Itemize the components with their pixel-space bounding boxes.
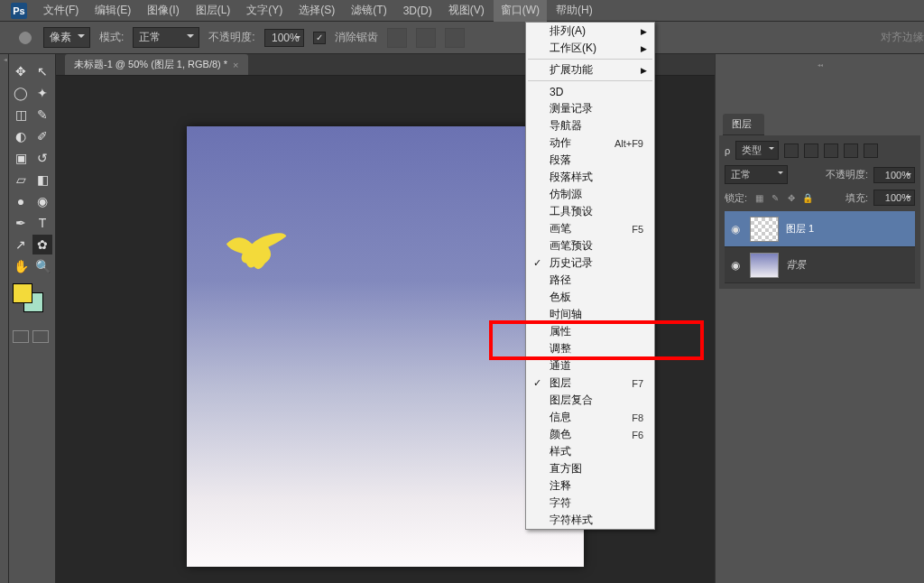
menu-select[interactable]: 选择(S) bbox=[291, 0, 342, 22]
dropdown-item[interactable]: 样式 bbox=[526, 443, 654, 460]
stamp-tool[interactable]: ▣ bbox=[11, 148, 31, 168]
layer-name[interactable]: 背景 bbox=[786, 258, 806, 272]
dropdown-item[interactable]: 扩展功能▶ bbox=[526, 61, 654, 79]
dropdown-item[interactable]: 画笔预设 bbox=[526, 237, 654, 254]
layer-row[interactable]: ◉ 背景 bbox=[725, 247, 915, 283]
dropdown-item-label: 图层 bbox=[550, 375, 571, 391]
screenmode-icon[interactable] bbox=[32, 330, 49, 343]
pathop-3-button[interactable] bbox=[445, 28, 465, 48]
history-brush-tool[interactable]: ↺ bbox=[32, 148, 52, 168]
menu-type[interactable]: 文字(Y) bbox=[239, 0, 290, 22]
fill-input[interactable]: 100% bbox=[873, 190, 915, 206]
lasso-tool[interactable]: ◯ bbox=[11, 83, 31, 103]
dropdown-item[interactable]: 时间轴 bbox=[526, 306, 654, 323]
dropdown-item[interactable]: ✓历史记录 bbox=[526, 254, 654, 272]
select-tool[interactable]: ↖ bbox=[32, 61, 52, 81]
dropdown-item[interactable]: 颜色F6 bbox=[526, 426, 654, 443]
menu-window[interactable]: 窗口(W) bbox=[494, 0, 547, 22]
dropdown-item[interactable]: 注释 bbox=[526, 477, 654, 495]
eye-icon[interactable]: ◉ bbox=[728, 259, 743, 272]
menu-help[interactable]: 帮助(H) bbox=[549, 0, 600, 22]
fill-label: 填充: bbox=[845, 191, 868, 205]
menu-edit[interactable]: 编辑(E) bbox=[88, 0, 138, 22]
menu-filter[interactable]: 滤镜(T) bbox=[344, 0, 393, 22]
heal-tool[interactable]: ◐ bbox=[11, 126, 31, 146]
dropdown-item[interactable]: 属性 bbox=[526, 323, 654, 340]
dropdown-item[interactable]: ✓图层F7 bbox=[526, 375, 654, 392]
lock-pixels-icon[interactable]: ▦ bbox=[753, 191, 765, 204]
dropdown-item[interactable]: 通道 bbox=[526, 357, 654, 375]
path-select-tool[interactable]: ↗ bbox=[11, 235, 31, 254]
dropdown-item[interactable]: 测量记录 bbox=[526, 100, 654, 117]
layer-row[interactable]: ◉ 图层 1 bbox=[725, 211, 915, 247]
dropdown-item[interactable]: 色板 bbox=[526, 289, 654, 306]
foreground-swatch[interactable] bbox=[13, 283, 32, 303]
dropdown-item-label: 颜色 bbox=[550, 427, 571, 442]
dropdown-item[interactable]: 段落样式 bbox=[526, 169, 654, 186]
dropdown-item[interactable]: 调整 bbox=[526, 340, 654, 357]
antialias-checkbox[interactable]: ✓ bbox=[313, 32, 326, 44]
dropdown-item[interactable]: 画笔F5 bbox=[526, 220, 654, 237]
shape-tool[interactable]: ✿ bbox=[32, 235, 52, 254]
filter-type-icon[interactable] bbox=[824, 143, 838, 158]
dropdown-item-label: 画笔 bbox=[550, 221, 571, 236]
gradient-tool[interactable]: ◧ bbox=[32, 170, 52, 190]
dropdown-item[interactable]: 段落 bbox=[526, 152, 654, 169]
lock-move-icon[interactable]: ✥ bbox=[785, 191, 798, 204]
layer-filter-select[interactable]: 类型 bbox=[735, 141, 779, 160]
hand-tool[interactable]: ✋ bbox=[11, 256, 31, 276]
workspace: ✥ ↖ ◯ ✦ ◫ ✎ ◐ ✐ ▣ ↺ ▱ ◧ ● ◉ ✒ T ↗ ✿ ✋ 🔍 … bbox=[0, 54, 924, 583]
opacity-input[interactable]: 100% bbox=[264, 29, 304, 47]
crop-tool[interactable]: ◫ bbox=[11, 105, 31, 125]
filter-shape-icon[interactable] bbox=[844, 143, 858, 158]
eye-icon[interactable]: ◉ bbox=[728, 223, 743, 236]
layer-name[interactable]: 图层 1 bbox=[786, 222, 814, 236]
dropdown-item[interactable]: 3D bbox=[526, 83, 654, 100]
dropdown-item[interactable]: 动作Alt+F9 bbox=[526, 134, 654, 152]
brush-tool[interactable]: ✐ bbox=[32, 126, 52, 146]
dropdown-item[interactable]: 字符样式 bbox=[526, 512, 654, 529]
dropdown-item[interactable]: 路径 bbox=[526, 272, 654, 289]
menu-file[interactable]: 文件(F) bbox=[36, 0, 86, 22]
layers-tab[interactable]: 图层 bbox=[723, 114, 764, 135]
blend-mode-select[interactable]: 正常 bbox=[133, 27, 199, 48]
layer-opacity-input[interactable]: 100% bbox=[873, 167, 915, 183]
quickmask-icon[interactable] bbox=[13, 330, 29, 343]
dropdown-item[interactable]: 直方图 bbox=[526, 460, 654, 477]
zoom-tool[interactable]: 🔍 bbox=[32, 256, 52, 276]
dropdown-item[interactable]: 工作区(K)▶ bbox=[526, 40, 654, 57]
dropdown-item[interactable]: 导航器 bbox=[526, 117, 654, 134]
close-tab-icon[interactable]: × bbox=[233, 60, 238, 70]
dropdown-item[interactable]: 工具预设 bbox=[526, 203, 654, 220]
document-tab[interactable]: 未标题-1 @ 50% (图层 1, RGB/8) * × bbox=[65, 54, 248, 75]
dodge-tool[interactable]: ◉ bbox=[32, 191, 52, 211]
pen-tool[interactable]: ✒ bbox=[11, 213, 31, 233]
pathop-2-button[interactable] bbox=[416, 28, 436, 48]
left-collapse-strip[interactable] bbox=[0, 54, 9, 583]
color-swatches[interactable] bbox=[11, 283, 51, 319]
panel-collapse-grip[interactable] bbox=[716, 61, 924, 70]
menu-view[interactable]: 视图(V) bbox=[441, 0, 492, 22]
type-tool[interactable]: T bbox=[32, 213, 52, 233]
dropdown-item[interactable]: 信息F8 bbox=[526, 409, 654, 426]
wand-tool[interactable]: ✦ bbox=[32, 83, 52, 103]
eraser-tool[interactable]: ▱ bbox=[11, 170, 31, 190]
dropdown-item[interactable]: 图层复合 bbox=[526, 392, 654, 409]
layer-blend-select[interactable]: 正常 bbox=[725, 165, 788, 184]
eyedrop-tool[interactable]: ✎ bbox=[32, 105, 52, 125]
blur-tool[interactable]: ● bbox=[11, 191, 31, 211]
move-tool[interactable]: ✥ bbox=[11, 61, 31, 81]
lock-all-icon[interactable]: 🔒 bbox=[801, 191, 814, 204]
pathop-1-button[interactable] bbox=[387, 28, 407, 48]
filter-smart-icon[interactable] bbox=[864, 143, 878, 158]
menu-layer[interactable]: 图层(L) bbox=[189, 0, 238, 22]
dropdown-item[interactable]: 仿制源 bbox=[526, 186, 654, 203]
lock-position-icon[interactable]: ✎ bbox=[769, 191, 781, 204]
dropdown-item[interactable]: 排列(A)▶ bbox=[526, 23, 654, 40]
filter-adjust-icon[interactable] bbox=[804, 143, 818, 158]
menu-image[interactable]: 图像(I) bbox=[140, 0, 186, 22]
filter-pixel-icon[interactable] bbox=[784, 143, 799, 158]
fill-mode-select[interactable]: 像素 bbox=[43, 27, 90, 48]
menu-3d[interactable]: 3D(D) bbox=[396, 1, 439, 21]
dropdown-item[interactable]: 字符 bbox=[526, 495, 654, 512]
